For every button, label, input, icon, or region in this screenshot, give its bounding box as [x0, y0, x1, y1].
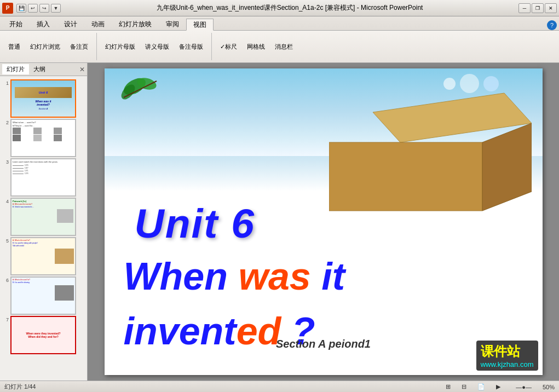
sidebar-tab-outline[interactable]: 大纲 [29, 64, 50, 74]
slide-thumbnail-2[interactable]: 2 What is/are ... used for? It/They're .… [2, 119, 85, 157]
tab-insert[interactable]: 插入 [30, 18, 57, 30]
ribbon-cmd-6[interactable]: 备注母版 [175, 41, 207, 53]
mini-s3-r2: 1927 [25, 167, 28, 169]
slide-thumbnail-1[interactable]: 1 Unit 6 When was it invented? Section A [2, 79, 85, 118]
slide-thumbnail-5[interactable]: 5 A: What is the word for? B: It is used… [2, 237, 85, 275]
view-reading-icon[interactable]: 📄 [477, 383, 485, 390]
view-sorter-icon[interactable]: ⊟ [462, 383, 466, 390]
was-text: was [238, 255, 310, 298]
it-text: it [311, 255, 345, 298]
redo-button[interactable]: ↪ [39, 4, 49, 13]
ribbon-tabs: 开始 插入 设计 动画 幻灯片放映 审阅 视图 ? [0, 16, 559, 31]
window-title: 九年级Unit-6_when_was_it_invented课件Section_… [61, 3, 518, 13]
tab-animation[interactable]: 动画 [84, 18, 112, 30]
mini-s4-pairwork: Pairwork (1c) [13, 200, 74, 203]
ribbon-cmd-8[interactable]: 网格线 [243, 41, 269, 53]
main-area: 幻灯片 大纲 ✕ 1 Unit 6 When was it invented? … [0, 63, 559, 381]
slide-canvas-area[interactable]: Unit 6 When was it invented ? Section A … [88, 63, 559, 381]
ribbon-cmd-5[interactable]: 讲义母版 [141, 41, 173, 53]
mini-s5-b2: Talk with needs! [13, 245, 74, 247]
sidebar-header: 幻灯片 大纲 ✕ [0, 63, 87, 76]
mini-s6-a: A: What is the word for? [13, 279, 74, 281]
tab-design[interactable]: 设计 [57, 18, 84, 30]
restore-button[interactable]: ❐ [532, 3, 544, 13]
mini-s4-qa1: A: When was the inventor? [13, 203, 74, 205]
ribbon-commands: 普通 幻灯片浏览 备注页 幻灯片母版 讲义母版 备注母版 ✓标尺 网格线 消息栏 [0, 31, 559, 62]
sidebar-tab-slides[interactable]: 幻灯片 [2, 64, 29, 74]
mini-s2-grid [13, 128, 74, 141]
minimize-button[interactable]: ─ [518, 3, 531, 13]
mini-s6-b: B: It is used for sharing. [13, 281, 74, 284]
tab-review[interactable]: 审阅 [159, 18, 186, 30]
ribbon-cmd-1[interactable]: 普通 [4, 41, 24, 53]
slide-count: 幻灯片 1/44 [4, 383, 36, 391]
slide-num-2: 2 [2, 120, 9, 125]
slide-panel: 幻灯片 大纲 ✕ 1 Unit 6 When was it invented? … [0, 63, 88, 381]
undo-button[interactable]: ↩ [28, 4, 38, 13]
view-slideshow-icon[interactable]: ▶ [496, 383, 500, 390]
mini-s1-invented: invented? [37, 103, 50, 106]
slide-thumbnail-4[interactable]: 4 Pairwork (1c) A: When was the inventor… [2, 198, 85, 236]
slide-img-5[interactable]: A: What is the word for? B: It is used f… [10, 237, 76, 275]
slide-thumbnail-7[interactable]: 7 When were they invented?When did they … [2, 316, 85, 354]
svg-marker-5 [329, 142, 482, 211]
ribbon-cmd-7[interactable]: ✓标尺 [216, 41, 241, 53]
slide-canvas[interactable]: Unit 6 When was it invented ? Section A … [105, 68, 543, 375]
sidebar-close-button[interactable]: ✕ [79, 66, 85, 73]
slide-img-3[interactable]: Listen and match the inventions with the… [10, 158, 76, 197]
when-text: When [124, 255, 239, 298]
mini-s3-title: Listen and match the inventions with the… [13, 160, 74, 163]
tab-view[interactable]: 视图 [186, 19, 214, 31]
when-was-it-line: When was it [124, 257, 345, 296]
ribbon-cmd-2[interactable]: 幻灯片浏览 [26, 41, 64, 53]
invent-text: invent [124, 310, 237, 353]
status-bar: 幻灯片 1/44 ⊞ ⊟ 📄 ▶ —●— 50% [0, 381, 559, 392]
view-normal-icon[interactable]: ⊞ [446, 383, 451, 390]
mini-s2-title: What is/are ... used for? [13, 121, 74, 124]
close-button[interactable]: ✕ [545, 3, 557, 13]
title-bar-left: P 💾 ↩ ↪ ▼ [2, 3, 61, 14]
ed-text: ed [237, 310, 281, 353]
mini-s7-content: When were they invented?When did they an… [26, 332, 60, 338]
save-button[interactable]: 💾 [16, 4, 26, 13]
help-icon[interactable]: ? [547, 20, 557, 30]
zoom-label: —●— [516, 384, 532, 390]
ribbon-cmd-3[interactable]: 备注页 [66, 41, 92, 53]
slide-img-2[interactable]: What is/are ... used for? It/They're ...… [10, 119, 76, 157]
svg-marker-6 [482, 123, 532, 211]
mini-s3-r3: 1971 [25, 170, 28, 172]
slide-num-4: 4 [2, 199, 9, 204]
watermark-cn: 课件站 [481, 343, 534, 360]
ribbon-separator-1 [96, 33, 97, 60]
slide-img-6[interactable]: A: What is the word for? B: It is used f… [10, 276, 76, 315]
unit6-heading: Unit 6 [135, 200, 255, 247]
slide-thumbnail-3[interactable]: 3 Listen and match the inventions with t… [2, 158, 85, 197]
tab-slideshow[interactable]: 幻灯片放映 [112, 18, 159, 30]
app-icon: P [2, 3, 13, 14]
slide-num-6: 6 [2, 278, 9, 283]
mini-s4-qa2: B: I think it was invented in ... [13, 206, 74, 208]
slide-thumbnail-6[interactable]: 6 A: What is the word for? B: It is used… [2, 276, 85, 315]
customize-qat-button[interactable]: ▼ [51, 4, 61, 13]
circle-1 [443, 78, 456, 90]
mini-s1-unit: Unit 6 [39, 91, 48, 94]
mini-s3-r4: 1976 [25, 172, 28, 175]
zoom-value: 50% [543, 384, 555, 390]
ribbon-separator-2 [211, 33, 212, 60]
ribbon-cmd-9[interactable]: 消息栏 [271, 41, 297, 53]
title-bar: P 💾 ↩ ↪ ▼ 九年级Unit-6_when_was_it_invented… [0, 0, 559, 16]
mini-s5-a: A: What is the word for? [13, 239, 74, 241]
slide-num-3: 3 [2, 159, 9, 165]
mini-s3-r1: 1976 [25, 164, 28, 166]
tab-start[interactable]: 开始 [2, 18, 30, 30]
window-controls: ─ ❐ ✕ [518, 3, 557, 13]
ribbon-cmd-4[interactable]: 幻灯片母版 [101, 41, 139, 53]
slide-img-7[interactable]: When were they invented?When did they an… [10, 316, 76, 354]
mini-s1-section: Section A [39, 107, 48, 110]
slide-img-1[interactable]: Unit 6 When was it invented? Section A [10, 79, 76, 118]
mini-s2-subtitle: It/They're ... used for... [13, 124, 74, 127]
slide-img-4[interactable]: Pairwork (1c) A: When was the inventor? … [10, 198, 76, 236]
slide-thumbnails[interactable]: 1 Unit 6 When was it invented? Section A… [0, 76, 87, 381]
3d-box [329, 90, 532, 218]
watermark: 课件站 www.kjzhan.com [476, 341, 538, 371]
